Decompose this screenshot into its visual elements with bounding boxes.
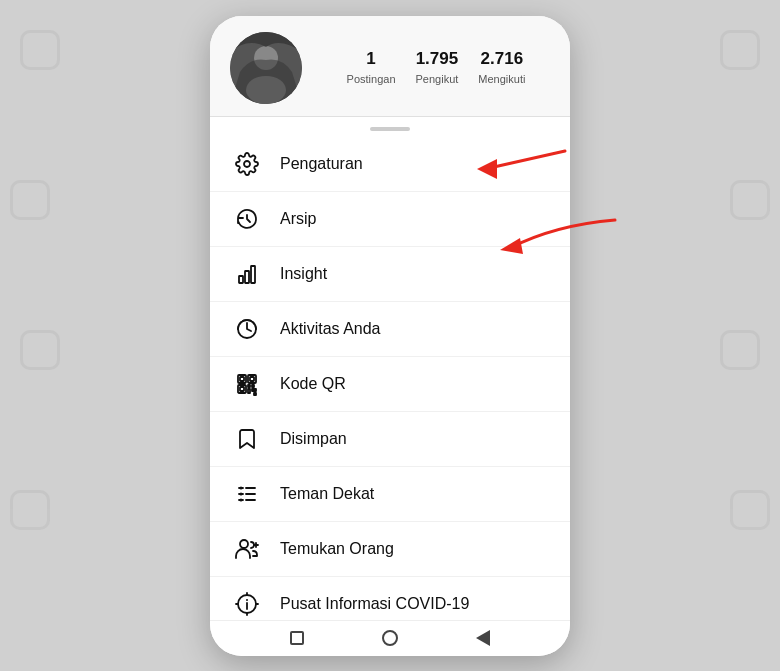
followers-count: 1.795 — [416, 49, 459, 69]
svg-point-28 — [240, 492, 243, 495]
svg-rect-15 — [240, 387, 244, 391]
svg-point-33 — [246, 599, 248, 601]
menu-item-temukan-orang[interactable]: Temukan Orang — [210, 522, 570, 577]
menu-list: Pengaturan Arsip Insight — [210, 137, 570, 620]
list-icon — [234, 481, 260, 507]
stats-container: 1 Postingan 1.795 Pengikut 2.716 Mengiku… — [322, 49, 550, 87]
profile-header: 1 Postingan 1.795 Pengikut 2.716 Mengiku… — [210, 16, 570, 117]
stat-following: 2.716 Mengikuti — [478, 49, 525, 87]
following-count: 2.716 — [478, 49, 525, 69]
drag-handle — [210, 117, 570, 137]
svg-rect-6 — [239, 276, 243, 283]
stat-posts: 1 Postingan — [347, 49, 396, 87]
back-button[interactable] — [472, 627, 494, 649]
svg-rect-8 — [251, 266, 255, 283]
android-nav-bar — [210, 620, 570, 656]
menu-label-aktivitas: Aktivitas Anda — [280, 320, 381, 338]
recent-apps-icon — [290, 631, 304, 645]
svg-rect-13 — [250, 377, 254, 381]
svg-rect-11 — [240, 377, 244, 381]
svg-rect-7 — [245, 271, 249, 283]
posts-label: Postingan — [347, 73, 396, 85]
activity-icon — [234, 316, 260, 342]
menu-item-arsip[interactable]: Arsip — [210, 192, 570, 247]
back-icon — [476, 630, 490, 646]
svg-point-27 — [240, 486, 243, 489]
menu-label-teman-dekat: Teman Dekat — [280, 485, 374, 503]
menu-label-disimpan: Disimpan — [280, 430, 347, 448]
svg-rect-17 — [252, 385, 254, 387]
menu-label-arsip: Arsip — [280, 210, 316, 228]
home-button[interactable] — [379, 627, 401, 649]
menu-label-kode-qr: Kode QR — [280, 375, 346, 393]
menu-label-pengaturan: Pengaturan — [280, 155, 363, 173]
menu-item-teman-dekat[interactable]: Teman Dekat — [210, 467, 570, 522]
following-label: Mengikuti — [478, 73, 525, 85]
svg-rect-19 — [252, 389, 256, 391]
stat-followers: 1.795 Pengikut — [416, 49, 459, 87]
qr-icon — [234, 371, 260, 397]
avatar — [230, 32, 302, 104]
menu-item-pengaturan[interactable]: Pengaturan — [210, 137, 570, 192]
posts-count: 1 — [347, 49, 396, 69]
add-person-icon — [234, 536, 260, 562]
followers-label: Pengikut — [416, 73, 459, 85]
bar-chart-icon — [234, 261, 260, 287]
covid-icon — [234, 591, 260, 617]
svg-point-5 — [244, 161, 250, 167]
drag-handle-bar — [370, 127, 410, 131]
svg-point-29 — [240, 498, 243, 501]
svg-rect-20 — [254, 393, 256, 395]
menu-label-insight: Insight — [280, 265, 327, 283]
bookmark-icon — [234, 426, 260, 452]
archive-icon — [234, 206, 260, 232]
svg-rect-16 — [248, 385, 250, 387]
settings-icon — [234, 151, 260, 177]
recent-apps-button[interactable] — [286, 627, 308, 649]
menu-item-insight[interactable]: Insight — [210, 247, 570, 302]
menu-label-covid: Pusat Informasi COVID-19 — [280, 595, 469, 613]
menu-label-temukan-orang: Temukan Orang — [280, 540, 394, 558]
menu-item-disimpan[interactable]: Disimpan — [210, 412, 570, 467]
phone-frame: 1 Postingan 1.795 Pengikut 2.716 Mengiku… — [210, 16, 570, 656]
home-icon — [382, 630, 398, 646]
menu-item-covid[interactable]: Pusat Informasi COVID-19 — [210, 577, 570, 620]
svg-rect-18 — [248, 389, 250, 393]
menu-item-kode-qr[interactable]: Kode QR — [210, 357, 570, 412]
menu-item-aktivitas[interactable]: Aktivitas Anda — [210, 302, 570, 357]
